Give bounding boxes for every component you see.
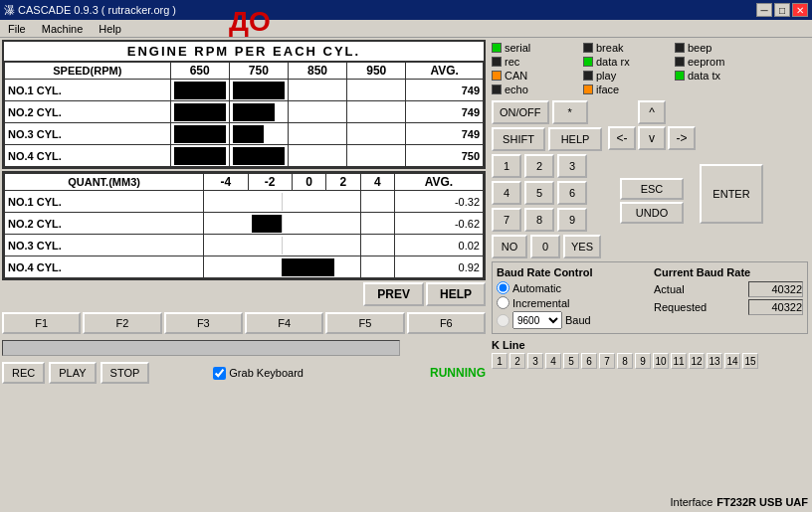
q-cyl3-avg: 0.02	[394, 235, 483, 256]
incremental-radio[interactable]	[497, 296, 509, 309]
custom-baud-radio[interactable]	[497, 314, 509, 327]
key0-button[interactable]: 0	[530, 235, 560, 258]
stop-button[interactable]: STOP	[101, 362, 150, 384]
kline-btn-6[interactable]: 6	[581, 353, 597, 369]
quant-col-avg: AVG.	[394, 174, 483, 191]
right-arrow-button[interactable]: ->	[668, 126, 696, 150]
kline-btn-7[interactable]: 7	[599, 353, 615, 369]
engine-table-header: SPEED(RPM) 650 750 850 950 AVG.	[5, 63, 484, 80]
f2-button[interactable]: F2	[83, 312, 161, 334]
maximize-button[interactable]: □	[774, 3, 790, 17]
datarx-label: data rx	[596, 56, 630, 68]
kline-btn-14[interactable]: 14	[724, 353, 740, 369]
key3-button[interactable]: 3	[557, 154, 587, 178]
f5-button[interactable]: F5	[325, 312, 404, 334]
f1-button[interactable]: F1	[2, 312, 81, 334]
indicator-row: serial break beep rec data rx eeprom	[492, 42, 808, 95]
can-label: CAN	[505, 70, 527, 82]
kline-btn-12[interactable]: 12	[689, 353, 705, 369]
kline-btn-11[interactable]: 11	[671, 353, 687, 369]
cyl3-bar650	[170, 123, 229, 145]
keypad-area: ON/OFF * SHIFT HELP 1 2 3 4 5 6	[492, 100, 808, 258]
automatic-radio[interactable]	[497, 281, 509, 294]
play-button[interactable]: PLAY	[49, 362, 96, 384]
down-arrow-button[interactable]: v	[638, 126, 666, 150]
indicator-iface: iface	[583, 84, 673, 95]
help-button[interactable]: HELP	[426, 282, 486, 306]
kline-btn-13[interactable]: 13	[707, 353, 722, 369]
q-cyl3-bar	[204, 235, 360, 256]
kline-btn-5[interactable]: 5	[563, 353, 579, 369]
menu-help[interactable]: Help	[95, 22, 125, 36]
kline-btn-3[interactable]: 3	[527, 353, 543, 369]
kline-btn-4[interactable]: 4	[545, 353, 561, 369]
actual-value[interactable]	[748, 281, 803, 297]
requested-label: Requested	[654, 301, 707, 313]
grab-keyboard-checkbox[interactable]	[213, 367, 226, 380]
up-arrow-button[interactable]: ^	[638, 100, 666, 124]
shift-button[interactable]: SHIFT	[492, 127, 545, 151]
undo-button[interactable]: UNDO	[620, 202, 684, 224]
q-cyl3-label: NO.3 CYL.	[5, 235, 204, 256]
table-row: NO.2 CYL. -0.62	[5, 213, 484, 235]
key6-button[interactable]: 6	[557, 181, 587, 205]
key7-button[interactable]: 7	[492, 208, 521, 232]
cyl3-bar850	[288, 123, 346, 145]
beep-label: beep	[688, 42, 711, 54]
kline-btn-15[interactable]: 15	[742, 353, 758, 369]
col-avg: AVG.	[406, 63, 484, 80]
requested-value[interactable]	[748, 299, 803, 315]
kline-btn-9[interactable]: 9	[635, 353, 651, 369]
menu-file[interactable]: File	[4, 22, 30, 36]
help2-button[interactable]: HELP	[548, 127, 602, 151]
eeprom-dot	[675, 57, 685, 67]
q-cyl2-bar	[204, 213, 360, 235]
key1-button[interactable]: 1	[492, 154, 521, 178]
kline-btn-2[interactable]: 2	[509, 353, 525, 369]
star-button[interactable]: *	[552, 100, 588, 124]
rec-button[interactable]: REC	[2, 362, 45, 384]
right-panel: serial break beep rec data rx eeprom	[488, 38, 812, 512]
quant-col-neg2: -2	[248, 174, 292, 191]
q-cyl2-avg: -0.62	[394, 213, 483, 235]
key5-button[interactable]: 5	[524, 181, 554, 205]
left-arrow-button[interactable]: <-	[608, 126, 636, 150]
kline-btn-8[interactable]: 8	[617, 353, 633, 369]
indicator-datarx: data rx	[583, 56, 673, 68]
f3-button[interactable]: F3	[164, 312, 243, 334]
no-button[interactable]: NO	[492, 235, 527, 258]
minimize-button[interactable]: ─	[756, 3, 772, 17]
kline-btn-10[interactable]: 10	[653, 353, 669, 369]
esc-button[interactable]: ESC	[620, 178, 684, 200]
cyl1-bar850	[288, 80, 346, 101]
table-row: NO.2 CYL. 749	[5, 101, 484, 123]
iface-dot	[583, 85, 593, 94]
datarx-dot	[583, 57, 593, 67]
engine-table-title: ENGINE RPM PER EACH CYL.	[4, 42, 484, 62]
key2-button[interactable]: 2	[524, 154, 554, 178]
cyl2-bar950	[347, 101, 406, 123]
baud-select[interactable]: 9600 19200 38400	[512, 311, 562, 329]
prev-button[interactable]: PREV	[363, 282, 424, 306]
scrollbar[interactable]	[2, 340, 400, 356]
running-status: RUNNING	[430, 366, 486, 380]
key8-button[interactable]: 8	[524, 208, 554, 232]
f4-button[interactable]: F4	[245, 312, 323, 334]
engine-rpm-section: ENGINE RPM PER EACH CYL. SPEED(RPM) 650 …	[2, 40, 486, 169]
kline-btn-1[interactable]: 1	[492, 353, 508, 369]
enter-button[interactable]: ENTER	[700, 164, 763, 224]
f6-button[interactable]: F6	[407, 312, 486, 334]
menu-machine[interactable]: Machine	[38, 22, 88, 36]
key4-button[interactable]: 4	[492, 181, 521, 205]
col-speed: SPEED(RPM)	[5, 63, 171, 80]
yes-button[interactable]: YES	[563, 235, 601, 258]
indicator-break: break	[583, 42, 673, 54]
keypad-row2: SHIFT HELP	[492, 127, 602, 151]
indicator-echo: echo	[492, 84, 581, 95]
key9-button[interactable]: 9	[557, 208, 587, 232]
grab-keyboard-label[interactable]: Grab Keyboard	[213, 367, 304, 380]
onoff-button[interactable]: ON/OFF	[492, 100, 549, 124]
cyl4-bar950	[347, 145, 406, 167]
close-button[interactable]: ✕	[792, 3, 808, 17]
beep-dot	[675, 43, 685, 53]
